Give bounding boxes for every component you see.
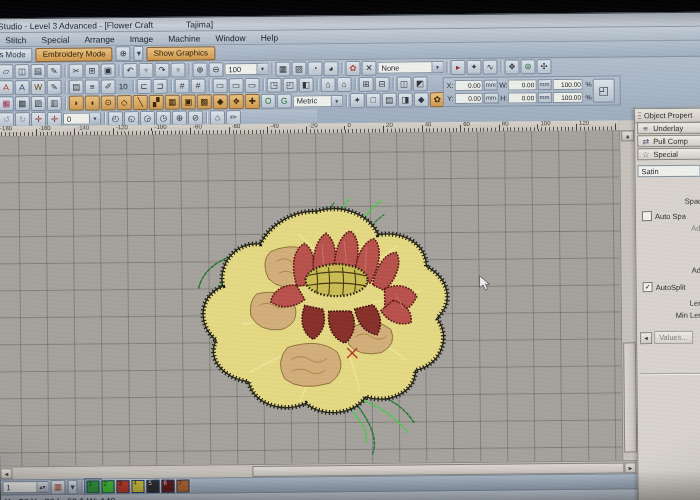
travel-object-icon[interactable]: ⊕ (172, 110, 187, 125)
lattice-icon[interactable]: # (191, 78, 206, 93)
vertical-scroll-thumb[interactable] (623, 342, 637, 452)
monogram-icon[interactable]: W (31, 79, 46, 94)
zoom-level-combo-dropdown-icon[interactable]: ▾ (256, 64, 267, 74)
color-swatch-4[interactable]: 4 (131, 479, 144, 492)
pen-icon[interactable]: ✎ (46, 63, 61, 78)
texture-icon[interactable]: ▥ (47, 96, 62, 111)
travel-back-icon[interactable]: ↺ (0, 112, 14, 127)
flower-embroidery-design[interactable] (0, 130, 622, 466)
autosplit-checkbox[interactable]: ✓ AutoSplit (643, 282, 686, 292)
stitch-player-icon[interactable]: ▸ (450, 59, 465, 74)
lettering-list-icon[interactable]: A (15, 80, 30, 95)
x-unit-button[interactable]: mm (484, 79, 499, 90)
autosplit-checkbox-box[interactable]: ✓ (643, 282, 653, 292)
pull-comp-button[interactable]: ⇄ Pull Comp (637, 135, 700, 148)
zoom-in-icon[interactable]: ⊕ (192, 62, 207, 77)
design-canvas[interactable] (0, 130, 622, 466)
menu-item-window[interactable]: Window (208, 32, 252, 42)
home-icon[interactable]: ⌂ (210, 110, 225, 125)
satin-icon[interactable]: ╲ (133, 95, 148, 110)
travel-100-icon[interactable]: ◶ (140, 110, 155, 125)
program-split-icon[interactable]: ▣ (181, 94, 196, 109)
color-filter-combo-dropdown-icon[interactable]: ▾ (431, 62, 442, 72)
kerning-icon[interactable]: ▤ (69, 79, 84, 94)
output-icon[interactable]: ◫ (396, 76, 411, 91)
color-swatch-6[interactable]: 6 (161, 479, 174, 492)
pencil-icon[interactable]: ✏ (226, 110, 241, 125)
color-swatch-2[interactable]: 2 (101, 480, 114, 493)
export-icon[interactable]: ◩ (412, 76, 427, 91)
mesh-icon[interactable]: # (175, 78, 190, 93)
globe-icon[interactable]: ⊕ (116, 46, 131, 61)
cross-stitch-icon[interactable]: ✚ (245, 94, 260, 109)
hoop-icon[interactable]: ⌂ (320, 77, 335, 92)
palette-editor-icon[interactable]: ▦ (50, 479, 65, 494)
redo-dropdown-icon[interactable]: ▾ (170, 62, 185, 77)
menu-item-arrange[interactable]: Arrange (77, 34, 121, 44)
star-fill-icon[interactable]: ❖ (229, 94, 244, 109)
zoom-all-icon[interactable]: ◕ (323, 61, 338, 76)
graphics-mode-button[interactable]: Graphics Mode (0, 48, 33, 63)
travel-10-icon[interactable]: ◵ (124, 111, 139, 126)
show-artwork-icon[interactable]: ▨ (291, 61, 306, 76)
reshape-icon[interactable]: ⊏ (137, 78, 152, 93)
density-icon[interactable]: ▩ (15, 96, 30, 111)
x-input[interactable]: 0.00 (454, 80, 482, 91)
undo-dropdown-icon[interactable]: ▾ (138, 62, 153, 77)
edit-lettering-icon[interactable]: ✎ (47, 79, 62, 94)
menu-item-stitch[interactable]: Stitch (0, 35, 34, 45)
scale-y-input[interactable]: 100.00 (553, 92, 583, 103)
copy-icon[interactable]: ⊞ (84, 63, 99, 78)
color-swatch-3[interactable]: 3 (116, 480, 129, 493)
pattern-icon[interactable]: ▨ (31, 96, 46, 111)
redo-icon[interactable]: ↷ (154, 62, 169, 77)
h-unit-button[interactable]: mm (537, 92, 552, 103)
current-color-combo[interactable]: 1 ▴▾ (2, 481, 48, 493)
menu-item-machine[interactable]: Machine (161, 33, 207, 43)
slow-redraw-icon[interactable]: ✦ (466, 59, 481, 74)
current-stitch-combo[interactable]: 0▾ (63, 112, 101, 124)
values-button[interactable]: ◂ Values... (640, 331, 693, 345)
stitch-list-icon[interactable]: ▤ (382, 93, 397, 108)
embroidery-mode-button[interactable]: Embroidery Mode (36, 47, 113, 62)
array-icon[interactable]: ⊞ (358, 76, 373, 91)
open-icon[interactable]: ▱ (0, 64, 14, 79)
letter-spacing-icon[interactable]: ✐ (101, 79, 116, 94)
object-icon[interactable]: ◆ (414, 92, 429, 107)
proportional-scale-icon[interactable]: ◰ (593, 78, 615, 102)
y-unit-button[interactable]: mm (484, 93, 499, 104)
show-stitches-icon[interactable]: ▦ (275, 61, 290, 76)
grid-snap-icon[interactable]: ✣ (536, 59, 551, 74)
zoom-previous-icon[interactable]: ◔ (307, 61, 322, 76)
outline-group-icon[interactable]: G (277, 94, 292, 109)
values-arrow-icon[interactable]: ◂ (640, 332, 652, 344)
jump-start-icon[interactable]: ✛ (31, 111, 46, 126)
box-tool-icon[interactable]: ▭ (213, 78, 228, 93)
globe-dropdown-icon[interactable]: ▾ (134, 46, 144, 61)
blank-tool-icon[interactable]: □ (366, 93, 381, 108)
fill-icon[interactable]: ▦ (165, 95, 180, 110)
w-unit-button[interactable]: mm (537, 79, 552, 90)
color-wheel-icon[interactable]: ✿ (345, 60, 360, 75)
template-icon[interactable]: ⌂ (336, 76, 351, 91)
paste-icon[interactable]: ▣ (100, 63, 115, 78)
scroll-left-icon[interactable]: ◄ (0, 468, 12, 479)
mirror-h-icon[interactable]: ◳ (267, 77, 282, 92)
travel-fwd-icon[interactable]: ↻ (15, 112, 30, 127)
scroll-right-icon[interactable]: ► (624, 462, 636, 473)
thread-chart-icon[interactable]: ▦ (0, 96, 14, 111)
connectors-icon[interactable]: ∿ (482, 59, 497, 74)
palette-dropdown-icon[interactable]: ▾ (67, 479, 77, 494)
h-input[interactable]: 0.00 (508, 92, 536, 103)
auto-spacing-checkbox-box[interactable] (642, 211, 652, 221)
motif-fill-icon[interactable]: ▩ (197, 94, 212, 109)
w-input[interactable]: 0.00 (508, 79, 536, 90)
box-tool3-icon[interactable]: ▭ (245, 77, 260, 92)
menu-item-help[interactable]: Help (254, 32, 286, 42)
transform-icon[interactable]: ⊐ (153, 78, 168, 93)
motif-run-icon[interactable]: ◇ (117, 95, 132, 110)
cut-icon[interactable]: ✂ (68, 63, 83, 78)
lettering-icon[interactable]: A (0, 80, 14, 95)
print-icon[interactable]: ▤ (30, 63, 45, 78)
auto-spacing-checkbox[interactable]: Auto Spa (642, 211, 686, 221)
